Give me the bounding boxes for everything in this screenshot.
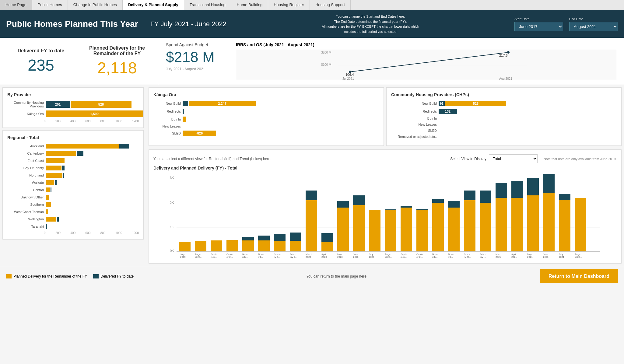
svg-text:mbe...: mbe... bbox=[211, 256, 217, 258]
svg-text:er 2...: er 2... bbox=[226, 256, 233, 258]
central-teal bbox=[51, 187, 51, 192]
header-dates: Start Date June 2017 End Date August 202… bbox=[514, 17, 618, 31]
kainga-panel: Kāinga Ora New Build 2,247 Redirects bbox=[149, 87, 384, 146]
bar-dec2020-teal bbox=[448, 201, 460, 208]
legend-gold-color bbox=[6, 274, 12, 278]
nav-transitional[interactable]: Transitional Housing bbox=[184, 0, 231, 10]
nav-housing-register[interactable]: Housing Register bbox=[268, 0, 310, 10]
by-provider-panel: By Provider Community HousingProviders 2… bbox=[2, 87, 144, 128]
kainga-redirects: Redirects bbox=[153, 109, 379, 114]
chp-gold-bar: 528 bbox=[71, 101, 131, 108]
kainga-sled: SLED -826 bbox=[153, 131, 379, 136]
svg-text:Nove: Nove bbox=[242, 253, 248, 256]
svg-text:April: April bbox=[321, 253, 326, 256]
kainga-gold-bar: 1,590 bbox=[46, 110, 143, 117]
k-buyin-gold bbox=[183, 117, 186, 122]
bar-mar2020-gold bbox=[306, 200, 317, 251]
start-date-select[interactable]: June 2017 bbox=[514, 22, 563, 31]
provider-axis: 0 200 400 600 800 1000 1200 bbox=[7, 120, 139, 123]
nav-home-building[interactable]: Home Building bbox=[231, 0, 268, 10]
regional-row-central: Central bbox=[7, 187, 139, 192]
svg-text:0K: 0K bbox=[170, 249, 174, 253]
start-date-box: Start Date June 2017 bbox=[514, 17, 563, 31]
svg-text:106.4: 106.4 bbox=[345, 73, 354, 76]
planned-label: Planned Delivery for the Remainder of th… bbox=[85, 45, 149, 56]
regional-axis: 0 200 400 600 800 1000 1200 bbox=[7, 231, 139, 235]
svg-text:Nove: Nove bbox=[432, 253, 438, 256]
west-bar bbox=[46, 209, 139, 214]
regional-row-west: West Coast Tasman bbox=[7, 209, 139, 214]
bar-may2020-teal bbox=[337, 201, 349, 208]
nav-public-homes[interactable]: Public Homes bbox=[32, 0, 68, 10]
svg-text:Dece: Dece bbox=[258, 253, 264, 256]
svg-text:2021: 2021 bbox=[511, 256, 517, 258]
nav-delivery[interactable]: Delivery & Planned Supply bbox=[123, 0, 184, 10]
bar-sep2019-gold bbox=[211, 240, 222, 251]
k-newbuild-gold: 2,247 bbox=[189, 101, 256, 106]
bar-jul2021-gold bbox=[559, 200, 570, 251]
bar-jul2020-gold bbox=[369, 210, 380, 251]
bar-oct2020-gold bbox=[416, 210, 428, 251]
regional-row-northland: Northland bbox=[7, 173, 139, 178]
svg-text:Augu: Augu bbox=[195, 253, 201, 256]
svg-text:2020: 2020 bbox=[306, 256, 311, 258]
legend-teal-color bbox=[93, 274, 99, 278]
svg-text:Septe: Septe bbox=[211, 253, 217, 256]
unknown-gold bbox=[46, 195, 49, 200]
k-redirects-teal bbox=[183, 109, 184, 114]
svg-text:June: June bbox=[543, 253, 549, 256]
auckland-bar bbox=[46, 144, 139, 149]
bar-sep2020-teal bbox=[401, 206, 412, 208]
regional-axis-labels: 0 200 400 600 800 1000 1200 bbox=[44, 231, 139, 235]
southern-gold bbox=[46, 202, 51, 207]
wellington-gold bbox=[46, 217, 56, 222]
bar-dec2019-gold bbox=[258, 240, 270, 251]
regional-row-southern: Southern bbox=[7, 202, 139, 207]
chp-label: Community HousingProviders bbox=[7, 101, 44, 108]
chp-new-build: New Build 91 528 bbox=[391, 101, 617, 106]
bar-may2021-teal bbox=[527, 178, 539, 195]
svg-text:March: March bbox=[306, 253, 312, 256]
svg-text:mb...: mb... bbox=[242, 256, 248, 258]
svg-text:Febru: Febru bbox=[480, 253, 486, 256]
svg-text:May: May bbox=[337, 253, 342, 256]
nav-home[interactable]: Home Page bbox=[0, 0, 32, 10]
kpi-left: Delivered FY to date 235 Planned Deliver… bbox=[0, 38, 158, 85]
svg-text:2021: 2021 bbox=[496, 256, 501, 258]
nav-change-public-homes[interactable]: Change in Public Homes bbox=[68, 0, 123, 10]
trend-header: You can select a different view for Regi… bbox=[153, 154, 617, 163]
kpi-row: Delivered FY to date 235 Planned Deliver… bbox=[0, 38, 624, 85]
svg-text:st 20...: st 20... bbox=[195, 256, 202, 258]
regional-row-bay: Bay Of Plenty bbox=[7, 166, 139, 170]
delivered-value: 235 bbox=[9, 56, 73, 74]
bottom-right-panel: You can select a different view for Regi… bbox=[149, 149, 622, 264]
footer: Planned Delivery for the Remainder of th… bbox=[0, 266, 624, 286]
svg-text:Augu: Augu bbox=[385, 253, 391, 256]
svg-text:$100 M: $100 M bbox=[321, 63, 331, 66]
chp-bar: 201 528 bbox=[46, 101, 139, 108]
regional-row-waikato: Waikato bbox=[7, 180, 139, 185]
auckland-label: Auckland bbox=[7, 144, 44, 148]
bar-jun2020-gold bbox=[353, 205, 365, 251]
planned-value: 2,118 bbox=[85, 59, 149, 77]
svg-text:3K: 3K bbox=[170, 176, 174, 180]
bar-jun2021-gold bbox=[543, 193, 555, 251]
kainga-newleases: New Leases bbox=[153, 124, 379, 128]
view-select[interactable]: Total bbox=[489, 154, 538, 163]
return-dashboard-button[interactable]: Return to Main Dashboard bbox=[540, 269, 618, 283]
bar-feb2020-gold bbox=[290, 241, 301, 251]
canterbury-bar bbox=[46, 151, 139, 156]
chp-buyin: Buy In bbox=[391, 117, 617, 120]
canterbury-teal bbox=[77, 151, 83, 156]
bar-feb2020-teal bbox=[290, 233, 301, 241]
spend-box: Spend Against Budget $218 M July 2021 - … bbox=[166, 42, 227, 80]
end-date-select[interactable]: August 2021 bbox=[569, 22, 618, 31]
svg-text:mbe...: mbe... bbox=[401, 256, 407, 258]
legend-teal-label: Delivered FY to date bbox=[100, 274, 134, 278]
nav-housing-support[interactable]: Housing Support bbox=[310, 0, 351, 10]
kainga-bar: 1,590 bbox=[46, 110, 143, 117]
provider-row-chp: Community HousingProviders 201 528 bbox=[7, 101, 139, 108]
taranaki-bar bbox=[46, 224, 139, 229]
chp-teal-bar: 201 bbox=[46, 101, 70, 108]
regional-row-wellington: Wellington bbox=[7, 217, 139, 222]
